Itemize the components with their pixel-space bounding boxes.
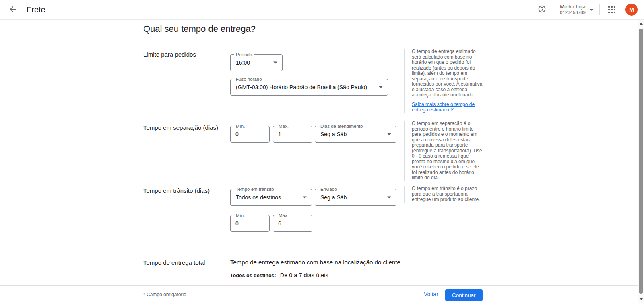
apps-grid-button[interactable]: [604, 2, 620, 18]
total-summary-row: Todos os destinos: De 0 a 7 dias úteis: [230, 272, 328, 278]
account-name: Minha Loja: [560, 4, 586, 10]
account-switcher[interactable]: Minha Loja 0123456789: [558, 3, 595, 16]
transit-min-input[interactable]: [235, 216, 264, 231]
transit-max-input[interactable]: [278, 216, 307, 231]
handling-min-input[interactable]: [235, 127, 264, 142]
required-field-note: * Campo obrigatório: [143, 292, 186, 297]
apps-grid-icon: [608, 6, 615, 13]
transit-destinations-select[interactable]: Tempo em trânsito Todos os destinos: [230, 189, 312, 206]
back-arrow-icon: [8, 5, 17, 15]
app-header: Frete Minha Loja 0123456789 M: [0, 0, 644, 20]
account-text: Minha Loja 0123456789: [560, 4, 586, 15]
footer-bar: * Campo obrigatório Voltar Continuar: [0, 285, 638, 303]
transit-min-field: Mín.: [230, 215, 270, 232]
handling-max-input[interactable]: [278, 127, 307, 142]
header-divider: [599, 4, 600, 15]
scrollbar-down-arrow[interactable]: [640, 298, 643, 300]
transit-shipped-value: Seg a Sáb: [320, 194, 347, 201]
scrollbar[interactable]: [638, 20, 644, 303]
page-title: Frete: [27, 5, 45, 14]
total-summary-title: Tempo de entrega estimado com base na lo…: [230, 259, 400, 266]
handling-min-field: Mín.: [230, 126, 270, 143]
period-select-value: 16:00: [236, 59, 250, 66]
transit-max-field: Máx.: [273, 215, 312, 232]
page-heading: Qual seu tempo de entrega?: [143, 24, 256, 34]
dropdown-arrow-icon: [387, 197, 391, 199]
learn-more-link[interactable]: Saiba mais sobre o tempo de entrega esti…: [412, 102, 475, 113]
header-divider: [554, 4, 554, 15]
chevron-down-icon: [590, 9, 594, 11]
transit-help-text: O tempo em trânsito é o prazo para que a…: [412, 186, 483, 203]
handling-max-field: Máx.: [273, 126, 312, 143]
handling-days-value: Seg a Sáb: [320, 131, 347, 137]
total-row-label: Todos os destinos:: [230, 273, 276, 278]
avatar[interactable]: M: [625, 4, 638, 16]
section-divider: [143, 118, 486, 118]
app-window: Frete Minha Loja 0123456789 M Qual seu t…: [0, 0, 644, 303]
cutoff-section-label: Limite para pedidos: [143, 51, 196, 58]
dropdown-arrow-icon: [303, 197, 307, 199]
scrollbar-thumb[interactable]: [639, 29, 643, 294]
cutoff-help-text: O tempo de entrega estimado será calcula…: [412, 49, 483, 98]
cutoff-help: O tempo de entrega estimado será calcula…: [404, 49, 483, 113]
transit-destinations-label: Tempo em trânsito: [234, 187, 276, 192]
dropdown-arrow-icon: [387, 133, 391, 135]
account-id: 0123456789: [560, 10, 586, 15]
help-button[interactable]: [534, 2, 550, 18]
dropdown-arrow-icon: [273, 62, 277, 64]
handling-help: O tempo em separação é o período entre o…: [404, 121, 483, 181]
help-icon: [538, 5, 546, 14]
total-section-label: Tempo de entrega total: [143, 259, 205, 266]
total-row-value: De 0 a 7 dias úteis: [280, 272, 328, 278]
section-divider: [143, 180, 486, 180]
back-link[interactable]: Voltar: [424, 291, 438, 297]
dropdown-arrow-icon: [379, 86, 383, 88]
timezone-select[interactable]: Fuso horário (GMT-03:00) Horário Padrão …: [230, 79, 388, 96]
handling-days-select[interactable]: Dias de atendimento Seg a Sáb: [315, 126, 396, 143]
back-button[interactable]: [5, 2, 21, 18]
transit-help: O tempo em trânsito é o prazo para que a…: [404, 186, 483, 203]
transit-destinations-value: Todos os destinos: [236, 194, 281, 201]
handling-help-text: O tempo em separação é o período entre o…: [412, 121, 483, 181]
external-link-icon: [450, 107, 455, 113]
timezone-select-value: (GMT-03:00) Horário Padrão de Brasília (…: [236, 84, 367, 90]
section-divider: [143, 252, 486, 252]
cutoff-help-link-wrap: Saiba mais sobre o tempo de entrega esti…: [412, 102, 483, 113]
timezone-select-label: Fuso horário: [234, 77, 264, 82]
scrollbar-up-arrow[interactable]: [640, 23, 643, 25]
continue-button[interactable]: Continuar: [445, 289, 483, 301]
handling-section-label: Tempo em separação (dias): [143, 124, 218, 131]
handling-days-label: Dias de atendimento: [319, 124, 364, 129]
transit-shipped-label: Enviado: [319, 187, 339, 192]
period-select[interactable]: Período 16:00: [230, 54, 283, 71]
transit-shipped-select[interactable]: Enviado Seg a Sáb: [315, 189, 396, 206]
period-select-label: Período: [234, 52, 254, 57]
transit-section-label: Tempo em trânsito (dias): [143, 187, 210, 194]
